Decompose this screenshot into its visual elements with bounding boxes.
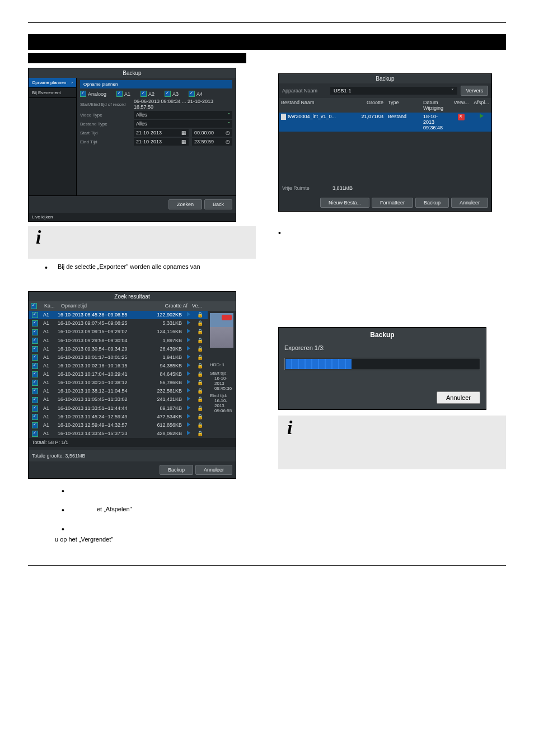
checkbox-analog[interactable] (80, 91, 86, 97)
checkbox-a4[interactable] (189, 91, 195, 97)
play-icon[interactable] (187, 371, 190, 376)
section-black-bar (28, 34, 506, 50)
sidebar-item-schedule[interactable]: Opname plannen › (29, 78, 76, 88)
screenshot-backup-filters: Backup Opname plannen › Bij Evenement Op… (28, 68, 236, 222)
sidebar-item-event[interactable]: Bij Evenement (29, 88, 76, 98)
backup-button[interactable]: Backup (415, 198, 449, 208)
checkbox-a3[interactable] (165, 91, 171, 97)
play-icon[interactable] (187, 414, 190, 418)
checkbox-row[interactable] (32, 422, 38, 428)
end-time-input[interactable]: 23:59:59◷ (192, 138, 232, 146)
checkbox-row[interactable] (32, 338, 38, 344)
checkbox-all[interactable] (31, 303, 37, 309)
play-icon[interactable] (187, 346, 190, 351)
table-row[interactable]: A116-10-2013 09:30:54--09:34:2926,439KB🔒 (29, 345, 208, 353)
back-button[interactable]: Back (204, 199, 232, 209)
clock-icon: ◷ (226, 139, 230, 144)
cancel-button[interactable]: Annuleer (437, 391, 480, 404)
live-view-link[interactable]: Live kijken (29, 213, 236, 221)
end-date-input[interactable]: 21-10-2013▦ (134, 138, 189, 146)
checkbox-row[interactable] (32, 405, 38, 412)
table-row[interactable]: A116-10-2013 09:29:58--09:30:041,897KB🔒 (29, 337, 208, 345)
play-icon[interactable] (187, 338, 190, 342)
video-type-select[interactable]: Alles˅ (134, 111, 232, 119)
table-row[interactable]: A116-10-2013 11:05:45--11:33:02241,421KB… (29, 395, 208, 404)
table-row[interactable]: A116-10-2013 11:45:34--12:59:49477,534KB… (29, 413, 208, 421)
fragment-vergrendet: u op het „Vergrendet" (55, 536, 256, 543)
bullet-icon (62, 487, 69, 496)
play-icon[interactable] (187, 354, 190, 359)
table-row[interactable]: A116-10-2013 10:01:17--10:01:251,941KB🔒 (29, 353, 208, 362)
checkbox-row[interactable] (32, 371, 38, 377)
file-type-select[interactable]: Alles˅ (134, 120, 232, 128)
info-icon: i (32, 230, 44, 245)
table-row[interactable]: A116-10-2013 14:33:45--15:37:33428,062KB… (29, 430, 208, 438)
lock-icon[interactable]: 🔒 (197, 320, 203, 326)
lock-icon[interactable]: 🔒 (197, 371, 203, 377)
search-button[interactable]: Zoeken (168, 199, 202, 209)
table-row[interactable]: A116-10-2013 11:33:51--11:44:4489,187KB🔒 (29, 404, 208, 413)
play-icon[interactable] (187, 312, 190, 316)
table-row[interactable]: A116-10-2013 10:38:12--11:04:54232,561KB… (29, 387, 208, 395)
lock-icon[interactable]: 🔒 (197, 422, 203, 428)
play-icon[interactable] (187, 380, 190, 384)
play-icon[interactable] (187, 329, 190, 333)
backup-button[interactable]: Backup (160, 465, 193, 475)
table-row[interactable]: A116-10-2013 09:09:15--09:29:07134,116KB… (29, 328, 208, 336)
checkbox-row[interactable] (32, 431, 38, 437)
lock-icon[interactable]: 🔒 (197, 414, 203, 419)
checkbox-row[interactable] (32, 397, 38, 403)
play-icon[interactable] (187, 396, 190, 401)
play-icon[interactable] (187, 388, 190, 393)
table-row[interactable]: A116-10-2013 12:59:49--14:32:57612,856KB… (29, 421, 208, 430)
file-icon (281, 114, 286, 120)
new-folder-button[interactable]: Nieuw Besta... (320, 198, 369, 208)
refresh-button[interactable]: Ververs (461, 86, 488, 96)
chevron-down-icon: ˅ (451, 88, 454, 94)
play-icon[interactable] (187, 363, 190, 367)
checkbox-row[interactable] (32, 312, 38, 318)
lock-icon[interactable]: 🔒 (197, 363, 203, 368)
lock-icon[interactable]: 🔒 (197, 431, 203, 436)
lock-icon[interactable]: 🔒 (197, 312, 203, 318)
lock-icon[interactable]: 🔒 (197, 338, 203, 343)
play-icon[interactable] (187, 405, 190, 410)
play-icon[interactable] (187, 422, 190, 427)
lock-icon[interactable]: 🔒 (197, 329, 203, 334)
format-button[interactable]: Formatteer (372, 198, 413, 208)
checkbox-row[interactable] (32, 380, 38, 386)
table-row[interactable]: A116-10-2013 08:45:36--09:06:55122,902KB… (29, 311, 208, 319)
checkbox-a1[interactable] (116, 91, 123, 97)
lock-icon[interactable]: 🔒 (197, 388, 203, 394)
table-row[interactable]: A116-10-2013 10:02:16--10:16:1594,385KB🔒 (29, 362, 208, 370)
start-time-input[interactable]: 00:00:00◷ (192, 129, 232, 137)
lock-icon[interactable]: 🔒 (197, 354, 203, 360)
play-icon[interactable] (480, 114, 484, 118)
device-select[interactable]: USB1-1˅ (330, 87, 457, 95)
table-row[interactable]: A116-10-2013 10:17:04--10:29:4184,645KB🔒 (29, 370, 208, 379)
lock-icon[interactable]: 🔒 (197, 405, 203, 411)
checkbox-row[interactable] (32, 388, 38, 394)
lock-icon[interactable]: 🔒 (197, 380, 203, 385)
checkbox-a2[interactable] (140, 91, 147, 97)
checkbox-row[interactable] (32, 329, 38, 335)
play-icon[interactable] (187, 431, 190, 435)
bullet-icon (62, 506, 69, 515)
cancel-button[interactable]: Annuleer (451, 198, 488, 208)
lock-icon[interactable]: 🔒 (197, 396, 203, 402)
table-row[interactable]: A116-10-2013 10:30:31--10:38:1256,786KB🔒 (29, 379, 208, 387)
lock-icon[interactable]: 🔒 (197, 346, 203, 352)
checkbox-row[interactable] (32, 414, 38, 420)
window-title: Zoek resultaat (29, 292, 236, 301)
start-date-input[interactable]: 21-10-2013▦ (134, 129, 189, 137)
checkbox-row[interactable] (32, 363, 38, 369)
table-row[interactable]: A116-10-2013 09:07:45--09:08:255,331KB🔒 (29, 319, 208, 328)
table-row[interactable]: tvvr30004_int_v1_0... 21,071KB Bestand 1… (279, 113, 491, 132)
play-icon[interactable] (187, 320, 190, 325)
section-black-bar-small (28, 53, 246, 63)
checkbox-row[interactable] (32, 320, 38, 326)
delete-icon[interactable] (458, 114, 465, 120)
checkbox-row[interactable] (32, 346, 38, 352)
checkbox-row[interactable] (32, 354, 38, 361)
cancel-button[interactable]: Annuleer (195, 465, 232, 475)
